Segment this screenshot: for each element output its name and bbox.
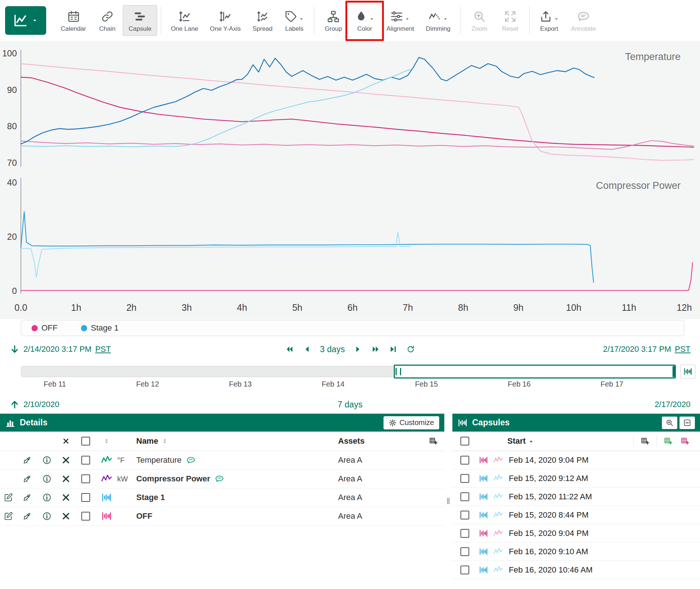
name-column-header[interactable]: Name: [136, 436, 158, 446]
remove-icon[interactable]: [61, 511, 71, 521]
capsules-select-all-checkbox[interactable]: [460, 437, 469, 446]
row-checkbox[interactable]: [81, 493, 90, 502]
capsule-row[interactable]: Feb 16, 2020 10:46 AM: [452, 561, 700, 579]
comment-icon[interactable]: [186, 455, 196, 465]
capsule-checkbox[interactable]: [460, 566, 469, 574]
edit-icon[interactable]: [4, 511, 13, 521]
investigate-range-start[interactable]: 2/10/2020: [23, 400, 59, 409]
rocket-icon[interactable]: [22, 474, 32, 484]
capsule-checkbox[interactable]: [460, 456, 469, 465]
display-type-dropdown[interactable]: [5, 6, 46, 35]
step-to-end-icon[interactable]: [389, 345, 397, 354]
capsule-checkbox[interactable]: [460, 511, 469, 519]
sort-both-icon[interactable]: [161, 437, 168, 445]
capsule-row[interactable]: Feb 15, 2020 8:44 PM: [452, 506, 700, 524]
info-icon[interactable]: [42, 455, 52, 465]
capsule-row[interactable]: Feb 15, 2020 9:12 AM: [452, 469, 700, 488]
info-icon[interactable]: [42, 511, 52, 521]
display-range-start[interactable]: 2/14/2020 3:17 PM: [23, 344, 92, 354]
step-back-half-icon[interactable]: [303, 345, 311, 354]
step-forward-full-icon[interactable]: [371, 345, 380, 354]
toolbar-group-button[interactable]: Group: [318, 5, 349, 36]
toolbar-spread-button[interactable]: Spread: [247, 5, 278, 36]
start-column-header[interactable]: Start: [507, 436, 534, 446]
capsule-checkbox[interactable]: [460, 492, 469, 501]
sort-icon[interactable]: [103, 437, 110, 445]
details-row[interactable]: kWCompressor PowerArea A: [0, 470, 444, 488]
remove-icon[interactable]: [61, 493, 71, 502]
rocket-icon[interactable]: [22, 455, 32, 465]
details-row[interactable]: °FTemperatureArea A: [0, 451, 444, 470]
capsule-row[interactable]: Feb 14, 2020 9:04 PM: [452, 451, 700, 469]
capsule-signal-icon: [493, 547, 503, 556]
panel-splitter[interactable]: ‖: [444, 414, 452, 589]
send-range-down-arrow-icon[interactable]: [10, 344, 20, 354]
toolbar-export-button[interactable]: Export: [533, 5, 565, 36]
add-condition-stat-column-button[interactable]: [677, 435, 693, 448]
remove-all-icon[interactable]: [62, 437, 70, 445]
remove-icon[interactable]: [61, 455, 71, 465]
comment-icon[interactable]: [215, 474, 224, 484]
toolbar-capsule-button[interactable]: Capsule: [123, 5, 157, 36]
toolbar-dimming-button[interactable]: Dimming: [420, 5, 456, 36]
step-forward-half-icon[interactable]: [353, 345, 362, 354]
display-range-start-timezone[interactable]: PST: [95, 344, 111, 354]
display-range-end[interactable]: 2/17/2020 3:17 PM: [603, 344, 671, 354]
toolbar-calendar-button[interactable]: Calendar: [55, 5, 92, 36]
info-icon[interactable]: [42, 493, 52, 502]
timeline-selection[interactable]: [394, 365, 676, 379]
toolbar-color-button[interactable]: Color: [349, 5, 381, 36]
capsule-signal-icon: [493, 510, 503, 520]
send-range-up-arrow-icon[interactable]: [10, 399, 20, 410]
timeline-capsule-button[interactable]: [680, 365, 696, 379]
svg-text:0.0: 0.0: [15, 302, 27, 313]
add-column-button[interactable]: [637, 435, 653, 448]
capsule-checkbox[interactable]: [460, 529, 469, 538]
details-row[interactable]: OFFArea A: [0, 507, 444, 526]
toolbar-labels-button[interactable]: Labels: [278, 5, 310, 36]
edit-icon[interactable]: [4, 493, 13, 502]
capsule-row[interactable]: Feb 15, 2020 9:04 PM: [452, 524, 700, 543]
trend-chart-area[interactable]: 100908070Temperature40200Compressor Powe…: [0, 41, 700, 319]
customize-button[interactable]: Customize: [384, 416, 439, 429]
rocket-icon[interactable]: [22, 511, 32, 521]
timeline-left-handle[interactable]: [396, 368, 401, 376]
capsules-zoom-button[interactable]: [662, 417, 677, 429]
timeline-track[interactable]: [21, 366, 674, 377]
investigate-range-end[interactable]: 2/17/2020: [655, 400, 690, 409]
capsule-checkbox[interactable]: [460, 474, 469, 483]
add-column-icon[interactable]: [429, 437, 438, 446]
one-lane-icon: [178, 10, 191, 23]
toolbar-alignment-button[interactable]: Alignment: [381, 5, 420, 36]
svg-text:1h: 1h: [71, 302, 81, 313]
assets-column-header[interactable]: Assets: [338, 436, 422, 446]
rocket-icon[interactable]: [22, 493, 32, 502]
toolbar-one-y-axis-button[interactable]: One Y-Axis: [204, 5, 247, 36]
lane-title: Temperature: [625, 51, 681, 62]
toolbar-chain-button[interactable]: Chain: [92, 5, 123, 36]
trend-chart-svg[interactable]: 100908070Temperature40200Compressor Powe…: [0, 41, 700, 319]
step-back-full-icon[interactable]: [285, 345, 294, 354]
display-range-end-timezone[interactable]: PST: [675, 344, 690, 354]
row-checkbox[interactable]: [81, 512, 90, 521]
capsule-row[interactable]: Feb 16, 2020 9:10 AM: [452, 543, 700, 561]
capsule-checkbox[interactable]: [460, 547, 469, 556]
row-checkbox[interactable]: [81, 456, 90, 465]
toolbar-one-lane-button[interactable]: One Lane: [165, 5, 204, 36]
remove-icon[interactable]: [61, 474, 71, 484]
toolbar-separator: [161, 7, 161, 34]
details-row[interactable]: Stage 1Area A: [0, 488, 444, 507]
investigate-range-duration[interactable]: 7 days: [338, 400, 363, 410]
alignment-icon: [390, 10, 403, 23]
timeline-right-handle[interactable]: [673, 366, 675, 377]
capsules-collapse-button[interactable]: [679, 417, 695, 429]
refresh-icon[interactable]: [406, 345, 415, 354]
info-icon[interactable]: [42, 474, 52, 484]
capsule-row[interactable]: Feb 15, 2020 11:22 AM: [452, 488, 700, 506]
legend-item-stage-1[interactable]: Stage 1: [81, 323, 119, 333]
add-signal-stat-column-button[interactable]: [660, 435, 677, 448]
row-checkbox[interactable]: [81, 474, 90, 483]
display-range-duration[interactable]: 3 days: [320, 344, 345, 354]
select-all-checkbox[interactable]: [81, 437, 90, 446]
legend-item-off[interactable]: OFF: [32, 323, 58, 333]
